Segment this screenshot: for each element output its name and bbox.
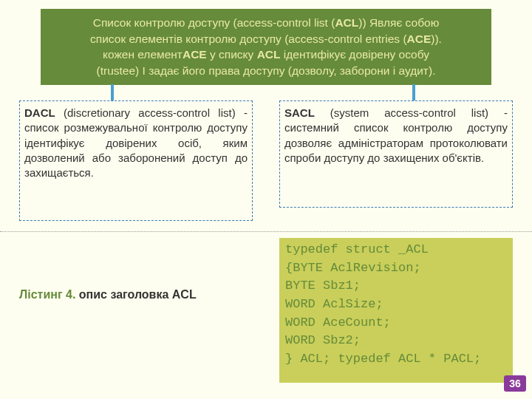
text: )). xyxy=(431,33,442,45)
sacl-lead: SACL xyxy=(284,106,315,119)
acl-term: ACL xyxy=(335,16,358,29)
text: ідентифікує довірену особу xyxy=(281,48,430,61)
listing-number: Лістинг 4. xyxy=(19,288,75,301)
text: кожен елемент xyxy=(103,48,183,61)
text: Список контролю доступу (access-control … xyxy=(93,16,335,29)
connector-right xyxy=(412,84,415,100)
ace-term: ACE xyxy=(183,48,207,61)
sacl-body: (system access-control list) - системний… xyxy=(284,106,508,164)
text: (trustee) I задає його права доступу (до… xyxy=(97,64,436,77)
page-number: 36 xyxy=(504,375,526,392)
ace-term: ACE xyxy=(407,33,432,45)
acl-definition-box: Список контролю доступу (access-control … xyxy=(41,9,491,85)
dacl-body: (discretionary access-control list) - сп… xyxy=(24,106,248,179)
dacl-box: DACL (discretionary access-control list)… xyxy=(19,100,253,221)
dacl-lead: DACL xyxy=(24,106,55,119)
listing-label: Лістинг 4. опис заголовка ACL xyxy=(19,288,197,301)
text: список елементів контролю доступу (acces… xyxy=(90,33,407,45)
divider xyxy=(0,231,532,232)
sacl-box: SACL (system access-control list) - сист… xyxy=(279,100,513,208)
code-box: typedef struct _ACL {BYTE AclRevision; B… xyxy=(279,238,513,383)
acl-term: ACL xyxy=(257,48,281,61)
text: )) Являє собою xyxy=(358,16,439,29)
connector-left xyxy=(111,84,114,100)
text: у списку xyxy=(207,48,257,61)
listing-text: опис заголовка ACL xyxy=(75,288,196,301)
